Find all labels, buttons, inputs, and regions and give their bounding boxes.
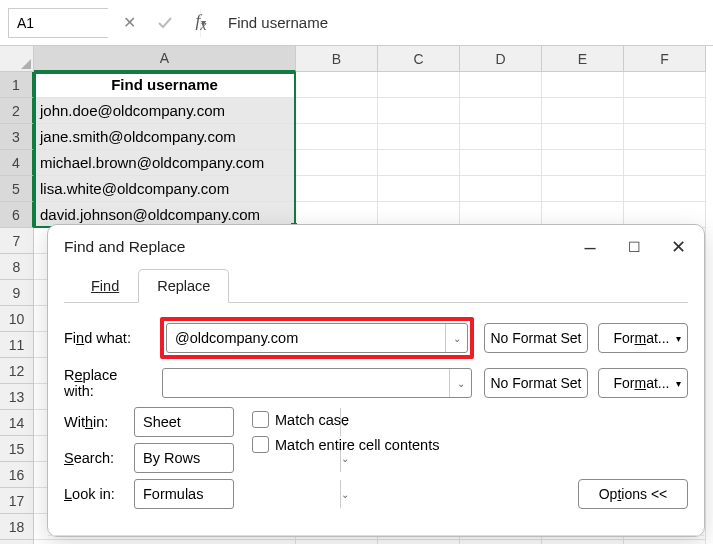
replace-with-label: Replace with:: [64, 367, 150, 399]
cell[interactable]: [460, 124, 542, 150]
formula-input[interactable]: [222, 8, 707, 38]
chevron-down-icon: ▾: [676, 378, 681, 389]
within-combo[interactable]: ⌄: [134, 407, 234, 437]
col-header-A[interactable]: A: [34, 46, 296, 72]
cell[interactable]: [296, 150, 378, 176]
row-header[interactable]: 5: [0, 176, 34, 202]
find-format-preview[interactable]: No Format Set: [484, 323, 588, 353]
col-header-D[interactable]: D: [460, 46, 542, 72]
close-window-button[interactable]: ✕: [656, 229, 700, 265]
row-header[interactable]: 13: [0, 384, 34, 410]
dialog-titlebar[interactable]: Find and Replace – ☐ ✕: [48, 225, 704, 269]
chevron-down-icon[interactable]: ⌄: [449, 369, 471, 397]
tabs: Find Replace: [64, 269, 688, 303]
dialog-title: Find and Replace: [64, 238, 568, 256]
find-what-highlight: ⌄: [160, 317, 474, 359]
within-label: Within:: [64, 414, 126, 430]
col-header-E[interactable]: E: [542, 46, 624, 72]
cell[interactable]: [296, 72, 378, 98]
replace-format-button[interactable]: Format... ▾: [598, 368, 688, 398]
cell[interactable]: [460, 176, 542, 202]
dialog-footer: Replace All Replace Find All Find Next C…: [48, 535, 704, 544]
row-header[interactable]: 4: [0, 150, 34, 176]
checkbox-icon: [252, 436, 269, 453]
tab-find-label: Find: [91, 278, 119, 294]
fx-icon[interactable]: fx: [186, 8, 216, 38]
row-header[interactable]: 10: [0, 306, 34, 332]
row-header[interactable]: 7: [0, 228, 34, 254]
lookin-label: Look in:: [64, 486, 126, 502]
cell[interactable]: [542, 176, 624, 202]
row-header[interactable]: 9: [0, 280, 34, 306]
cell[interactable]: [378, 72, 460, 98]
maximize-button[interactable]: ☐: [612, 229, 656, 265]
cell[interactable]: [542, 124, 624, 150]
cell-A4[interactable]: michael.brown@oldcompany.com: [34, 150, 296, 176]
chevron-down-icon[interactable]: ⌄: [445, 324, 467, 352]
name-box[interactable]: ▾: [8, 8, 108, 38]
formula-bar: ▾ ✕ fx: [0, 0, 713, 46]
replace-with-input[interactable]: [163, 369, 449, 397]
options-button[interactable]: Options <<: [578, 479, 688, 509]
tab-find[interactable]: Find: [72, 269, 138, 302]
cell[interactable]: [296, 98, 378, 124]
cell[interactable]: [624, 98, 706, 124]
row-header[interactable]: 12: [0, 358, 34, 384]
cell[interactable]: [378, 176, 460, 202]
cell[interactable]: [378, 150, 460, 176]
tab-replace[interactable]: Replace: [138, 269, 229, 303]
match-entire-checkbox[interactable]: Match entire cell contents: [252, 436, 439, 453]
cancel-formula-icon: ✕: [114, 8, 144, 38]
find-what-label: Find what:: [64, 330, 150, 346]
search-label: Search:: [64, 450, 126, 466]
cell[interactable]: [624, 124, 706, 150]
row-header[interactable]: 17: [0, 488, 34, 514]
cell[interactable]: [460, 150, 542, 176]
find-what-input[interactable]: [167, 324, 445, 352]
cell[interactable]: [460, 98, 542, 124]
search-combo[interactable]: ⌄: [134, 443, 234, 473]
col-header-B[interactable]: B: [296, 46, 378, 72]
cell[interactable]: [542, 72, 624, 98]
replace-format-preview[interactable]: No Format Set: [484, 368, 588, 398]
col-header-F[interactable]: F: [624, 46, 706, 72]
select-all-corner[interactable]: [0, 46, 34, 72]
row-header[interactable]: 11: [0, 332, 34, 358]
accept-formula-icon: [150, 8, 180, 38]
checkbox-icon: [252, 411, 269, 428]
row-header[interactable]: 8: [0, 254, 34, 280]
cell[interactable]: [624, 176, 706, 202]
cell[interactable]: [378, 98, 460, 124]
cell[interactable]: [542, 150, 624, 176]
cell-A1[interactable]: Find username: [34, 72, 296, 98]
row-header[interactable]: 6: [0, 202, 34, 228]
row-header[interactable]: 15: [0, 436, 34, 462]
row-header[interactable]: 14: [0, 410, 34, 436]
cell[interactable]: [296, 176, 378, 202]
cell-A5[interactable]: lisa.white@oldcompany.com: [34, 176, 296, 202]
tab-replace-label: Replace: [157, 278, 210, 294]
row-header[interactable]: 18: [0, 514, 34, 540]
find-replace-dialog: Find and Replace – ☐ ✕ Find Replace Find…: [47, 224, 705, 537]
cell[interactable]: [624, 150, 706, 176]
row-header[interactable]: 3: [0, 124, 34, 150]
find-format-button[interactable]: Format... ▾: [598, 323, 688, 353]
minimize-button[interactable]: –: [568, 229, 612, 265]
col-header-C[interactable]: C: [378, 46, 460, 72]
find-what-combo[interactable]: ⌄: [166, 323, 468, 353]
cell-A3[interactable]: jane.smith@oldcompany.com: [34, 124, 296, 150]
cell[interactable]: [542, 98, 624, 124]
cell[interactable]: [460, 72, 542, 98]
cell[interactable]: [378, 124, 460, 150]
chevron-down-icon: ▾: [676, 333, 681, 344]
cell[interactable]: [296, 124, 378, 150]
replace-with-combo[interactable]: ⌄: [162, 368, 472, 398]
cell-A2[interactable]: john.doe@oldcompany.com: [34, 98, 296, 124]
lookin-combo[interactable]: ⌄: [134, 479, 234, 509]
match-case-checkbox[interactable]: Match case: [252, 411, 439, 428]
row-header[interactable]: 1: [0, 72, 34, 98]
row-header[interactable]: 16: [0, 462, 34, 488]
cell[interactable]: [624, 72, 706, 98]
row-header[interactable]: 19: [0, 540, 34, 544]
row-header[interactable]: 2: [0, 98, 34, 124]
